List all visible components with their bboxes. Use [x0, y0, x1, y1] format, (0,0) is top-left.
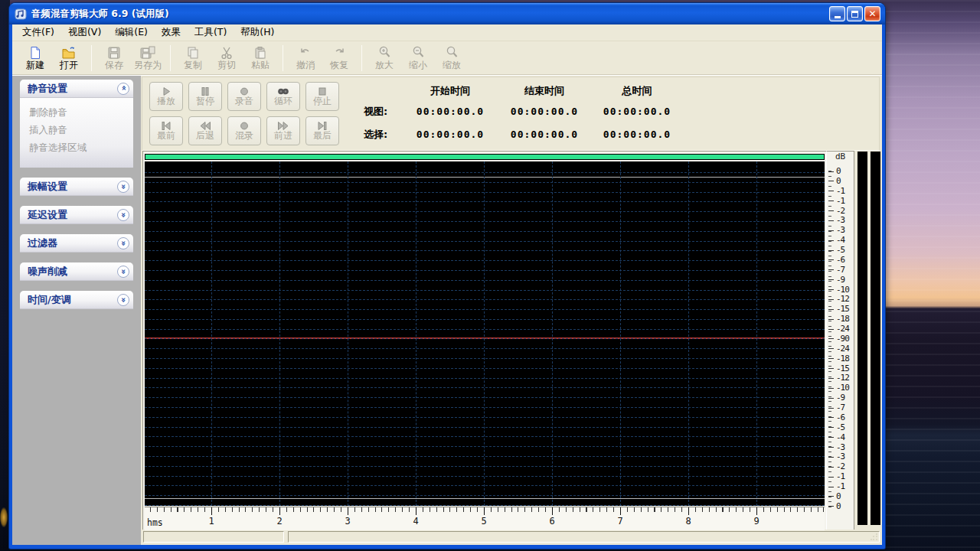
db-tick: -2	[828, 463, 854, 471]
sidebar-panel-header-amplitude-settings[interactable]: 振幅设置»	[20, 178, 133, 196]
sidebar-panel-silence-settings: 静音设置»删除静音插入静音静音选择区域	[20, 80, 133, 168]
save-icon	[107, 45, 121, 60]
time-header-0: 开始时间	[403, 84, 497, 98]
wave-grid-hline	[145, 299, 825, 300]
close-icon: ✕	[868, 9, 876, 18]
zoom-out-label: 缩小	[409, 60, 427, 70]
toolbar-separator	[91, 45, 92, 71]
waveform-container[interactable]: hms 123456789	[142, 151, 827, 532]
redo-button[interactable]: 恢复	[322, 43, 356, 73]
db-tick-mark	[828, 338, 834, 339]
open-folder-icon	[61, 45, 77, 60]
db-tick: -7	[828, 266, 854, 274]
ruler-major-tick	[279, 507, 280, 515]
wave-grid-hline	[145, 456, 825, 457]
titlebar[interactable]: 音频混音剪辑大师 6.9 (试用版) ✕	[9, 3, 885, 24]
zoom-button[interactable]: 缩放	[435, 43, 469, 73]
sidebar-panel-time-pitch: 时间/变调»	[20, 291, 133, 309]
undo-button[interactable]: 撤消	[289, 43, 322, 73]
chevron-down-icon[interactable]: »	[117, 181, 129, 193]
db-tick: -6	[828, 256, 854, 264]
stop-button[interactable]: 停止	[305, 82, 339, 111]
paste-button[interactable]: 粘贴	[243, 43, 277, 73]
db-tick-label: -15	[836, 305, 849, 313]
wave-grid-vline	[756, 161, 757, 506]
menu-file[interactable]: 文件(F)	[15, 24, 61, 41]
pause-button[interactable]: 暂停	[188, 82, 222, 111]
chevron-down-icon[interactable]: »	[117, 237, 129, 249]
wave-grid-vline	[211, 161, 212, 506]
statusbar-pane-2[interactable]	[288, 531, 880, 543]
sidebar-item-insert-silence[interactable]: 插入静音	[20, 122, 133, 139]
close-button[interactable]: ✕	[864, 6, 880, 21]
db-tick: -10	[828, 286, 854, 294]
db-tick: -6	[828, 414, 854, 422]
db-tick-label: -7	[836, 404, 844, 412]
sidebar-panel-amplitude-settings: 振幅设置»	[20, 178, 133, 196]
forward-button[interactable]: 前进	[266, 116, 300, 145]
sidebar: 静音设置»删除静音插入静音静音选择区域振幅设置»延迟设置»过滤器»噪声削减»时间…	[12, 76, 141, 545]
skip-to-end-button[interactable]: 最后	[305, 116, 339, 145]
db-tick-mark	[828, 181, 834, 181]
db-tick-mark	[828, 398, 834, 399]
sidebar-panel-header-time-pitch[interactable]: 时间/变调»	[20, 291, 133, 309]
save-as-button[interactable]: 另存为	[131, 43, 165, 73]
open-button[interactable]: 打开	[52, 43, 86, 73]
record-button[interactable]: 录音	[227, 82, 261, 111]
level-meter-right	[871, 152, 880, 525]
loop-button[interactable]: 循环	[266, 82, 300, 111]
play-button[interactable]: 播放	[149, 82, 183, 111]
app-window: 音频混音剪辑大师 6.9 (试用版) ✕ 文件(F)视图(V)编辑(E)效果工具…	[9, 3, 885, 549]
db-tick: -9	[828, 276, 854, 284]
sidebar-panel-header-noise-reduction[interactable]: 噪声削减»	[20, 262, 133, 281]
menu-tools[interactable]: 工具(T)	[188, 24, 234, 41]
ruler-tick-label: 8	[681, 516, 695, 527]
cut-button[interactable]: 剪切	[210, 43, 243, 73]
chevron-up-icon[interactable]: »	[117, 83, 129, 95]
sidebar-panel-header-filter[interactable]: 过滤器»	[20, 234, 133, 253]
wave-grid-vline	[416, 161, 416, 506]
sidebar-item-delete-silence[interactable]: 删除静音	[20, 104, 133, 122]
chevron-down-icon[interactable]: »	[117, 209, 129, 221]
rewind-button[interactable]: 后退	[188, 116, 222, 145]
sidebar-panel-header-silence-settings[interactable]: 静音设置»	[20, 80, 133, 98]
db-tick-mark	[828, 319, 834, 320]
new-button[interactable]: 新建	[18, 43, 52, 73]
menu-effects[interactable]: 效果	[155, 24, 188, 41]
ruler-major-tick	[416, 507, 416, 515]
sidebar-panel-header-delay-settings[interactable]: 延迟设置»	[20, 206, 133, 224]
db-tick-mark	[828, 309, 834, 310]
zoom-out-icon	[411, 45, 425, 60]
forward-label: 前进	[274, 131, 292, 141]
menu-edit[interactable]: 编辑(E)	[108, 24, 155, 41]
maximize-button[interactable]	[847, 6, 863, 21]
ruler-tick-label: 9	[750, 516, 763, 527]
chevron-down-icon[interactable]: »	[117, 266, 129, 278]
wave-grid-hline	[145, 476, 825, 477]
db-tick-mark	[828, 368, 834, 369]
db-tick-mark	[828, 506, 834, 507]
db-tick-mark	[828, 417, 834, 418]
db-tick-mark	[828, 220, 834, 221]
sidebar-item-silence-selection-area[interactable]: 静音选择区域	[20, 139, 133, 157]
desktop: 音频混音剪辑大师 6.9 (试用版) ✕ 文件(F)视图(V)编辑(E)效果工具…	[0, 0, 980, 551]
mix-record-button[interactable]: 混录	[227, 116, 261, 145]
redo-label: 恢复	[330, 60, 348, 70]
menu-view[interactable]: 视图(V)	[61, 24, 108, 41]
skip-to-start-button[interactable]: 最前	[149, 116, 183, 145]
db-tick: -90	[828, 335, 854, 343]
resize-grip-icon[interactable]	[870, 533, 878, 541]
time-ruler[interactable]: hms 123456789	[145, 507, 825, 530]
wave-grid-vline	[620, 161, 621, 506]
chevron-down-icon[interactable]: »	[117, 294, 129, 306]
copy-button[interactable]: 复制	[176, 43, 210, 73]
ruler-major-tick	[484, 507, 485, 515]
minimize-button[interactable]	[829, 6, 845, 21]
db-tick-label: -10	[836, 286, 849, 294]
zoom-out-button[interactable]: 缩小	[401, 43, 435, 73]
waveform-display[interactable]	[145, 161, 825, 506]
selection-overview-bar[interactable]	[145, 154, 825, 160]
save-button[interactable]: 保存	[97, 43, 131, 73]
zoom-in-button[interactable]: 放大	[368, 43, 401, 73]
menu-help[interactable]: 帮助(H)	[234, 24, 281, 41]
